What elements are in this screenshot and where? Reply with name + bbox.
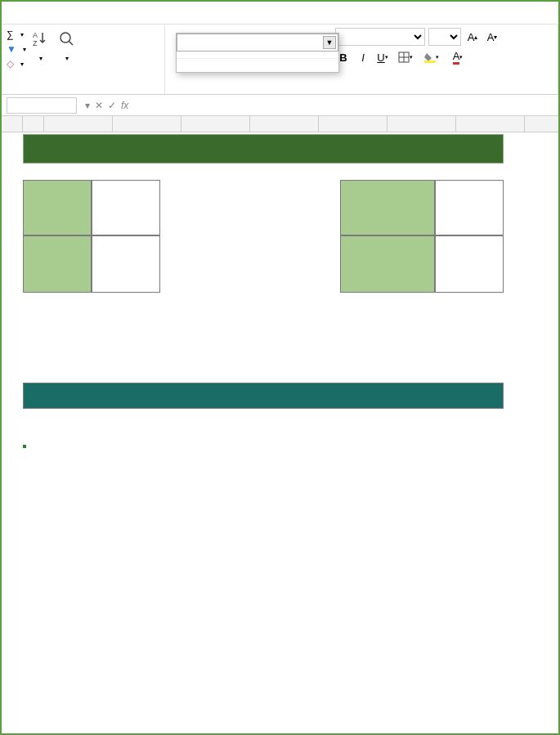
worksheet <box>2 116 558 132</box>
lastday-value[interactable] <box>435 235 504 293</box>
name-box[interactable] <box>7 97 77 114</box>
sort-icon: AZ <box>29 28 52 51</box>
find-select-button[interactable]: ▾ <box>56 28 78 70</box>
fill-button[interactable]: ▼▾ <box>7 43 26 56</box>
font-color-button[interactable]: A▾ <box>446 49 469 65</box>
col-header[interactable] <box>456 116 525 132</box>
number-format-dropdown: ▼ <box>176 33 339 73</box>
borders-button[interactable]: ▾ <box>394 49 417 65</box>
month-label[interactable] <box>23 235 92 293</box>
col-header[interactable] <box>44 116 113 132</box>
calendar-body <box>23 445 26 448</box>
autosum-button[interactable]: ∑▾ <box>7 28 26 41</box>
fill-color-button[interactable]: ▾ <box>420 49 443 65</box>
lastday-label[interactable] <box>340 235 435 293</box>
col-header[interactable] <box>113 116 181 132</box>
select-all-corner[interactable] <box>2 116 23 132</box>
col-header[interactable] <box>23 116 44 132</box>
find-icon <box>56 28 78 51</box>
formula-bar[interactable] <box>132 104 558 107</box>
col-header[interactable] <box>181 116 250 132</box>
calendar-header-bar[interactable] <box>23 383 504 409</box>
svg-text:A: A <box>33 31 38 39</box>
number-label[interactable] <box>340 180 435 235</box>
fx-icon[interactable]: fx <box>121 100 128 111</box>
col-header[interactable] <box>250 116 319 132</box>
svg-rect-6 <box>424 61 436 63</box>
year-value[interactable] <box>92 180 160 235</box>
editing-group: ∑▾ ▼▾ ◇▾ AZ ▾ ▾ <box>2 25 165 94</box>
menu-bar <box>2 2 558 25</box>
sort-filter-button[interactable]: AZ ▾ <box>29 28 52 70</box>
font-group: A▴ A▾ B I U▾ ▾ ▾ A▾ <box>329 25 558 94</box>
col-header[interactable] <box>388 116 456 132</box>
column-headers <box>2 116 558 132</box>
sheet-title[interactable] <box>23 134 504 164</box>
cancel-icon[interactable]: ✕ <box>95 100 103 111</box>
underline-button[interactable]: U▾ <box>374 49 391 65</box>
font-size-select[interactable] <box>428 28 461 46</box>
formula-bar-row: ▾ ✕ ✓ fx <box>2 95 558 116</box>
number-value[interactable] <box>435 180 504 235</box>
clear-button[interactable]: ◇▾ <box>7 57 26 70</box>
month-value[interactable] <box>92 235 160 293</box>
chevron-down-icon: ▼ <box>323 36 336 49</box>
decrease-font-button[interactable]: A▾ <box>484 29 500 45</box>
more-number-formats[interactable] <box>177 58 338 72</box>
italic-button[interactable]: I <box>355 49 371 65</box>
col-header[interactable] <box>319 116 388 132</box>
enter-icon[interactable]: ✓ <box>108 100 116 111</box>
fx-dropdown-icon[interactable]: ▾ <box>85 100 90 111</box>
svg-text:Z: Z <box>33 39 38 47</box>
number-format-trigger[interactable]: ▼ <box>177 34 338 52</box>
font-name-select[interactable] <box>335 28 425 46</box>
increase-font-button[interactable]: A▴ <box>464 29 481 45</box>
year-label[interactable] <box>23 180 92 235</box>
